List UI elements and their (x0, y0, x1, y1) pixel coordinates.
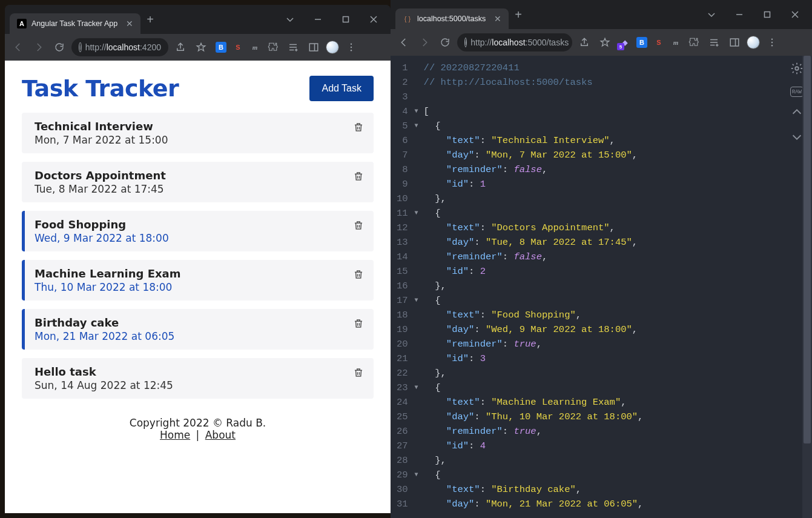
line-number: 26 (397, 424, 408, 439)
share-icon[interactable] (576, 34, 593, 51)
line-number: 17 (397, 293, 408, 308)
maximize-button[interactable] (332, 10, 359, 28)
task-item[interactable]: Birthday cakeMon, 21 Mar 2022 at 06:05 (22, 309, 374, 350)
task-item[interactable]: Hello taskSun, 14 Aug 2022 at 12:45 (22, 358, 374, 399)
line-number: 5 (397, 119, 408, 133)
minimize-button[interactable] (726, 5, 753, 24)
browser-menu-icon[interactable] (764, 34, 781, 51)
back-button[interactable] (395, 34, 412, 51)
fold-marker (412, 279, 421, 293)
delete-task-icon[interactable] (353, 219, 364, 234)
profile-avatar[interactable] (326, 41, 339, 54)
fold-marker (412, 177, 421, 191)
fold-marker (412, 162, 421, 177)
extension-icon[interactable]: B (216, 42, 226, 53)
fold-marker[interactable]: ▼ (412, 380, 421, 395)
forward-button[interactable] (416, 34, 433, 51)
delete-task-icon[interactable] (353, 121, 364, 136)
raw-icon[interactable]: RAW (790, 87, 804, 97)
code-line: // 20220827220411 (421, 61, 812, 75)
footer-about-link[interactable]: About (205, 429, 236, 441)
line-number: 14 (397, 250, 408, 264)
line-number: 24 (397, 395, 408, 410)
extension-icon[interactable]: m (670, 37, 681, 48)
task-item[interactable]: Doctors AppointmentTue, 8 Mar 2022 at 17… (22, 162, 374, 202)
line-number: 31 (397, 497, 408, 511)
share-icon[interactable] (172, 39, 189, 56)
fold-marker[interactable]: ▼ (412, 119, 421, 133)
site-info-icon[interactable]: i (464, 38, 467, 47)
site-info-icon[interactable]: i (79, 42, 82, 52)
forward-button[interactable] (30, 39, 47, 56)
close-tab-icon[interactable]: ✕ (494, 14, 501, 24)
reading-list-icon[interactable] (285, 39, 302, 56)
window-controls (695, 5, 812, 24)
browser-menu-icon[interactable] (343, 39, 360, 56)
browser-window-right: { } localhost:5000/tasks ✕ + i http://lo… (391, 0, 812, 518)
fold-marker[interactable]: ▼ (412, 468, 421, 482)
chevron-up-icon[interactable] (790, 105, 804, 122)
extension-icon[interactable]: ◆ (619, 37, 630, 48)
tab-title: Angular Task Tracker App (31, 19, 117, 28)
delete-task-icon[interactable] (353, 317, 364, 332)
delete-task-icon[interactable] (353, 268, 364, 283)
extensions-puzzle-icon[interactable] (264, 39, 281, 56)
add-task-button[interactable]: Add Task (309, 76, 374, 101)
back-button[interactable] (10, 39, 27, 56)
side-panel-icon[interactable] (305, 39, 322, 56)
code-line: "text": "Doctors Appointment", (421, 221, 812, 235)
new-tab-button[interactable]: + (147, 13, 154, 27)
close-window-button[interactable] (360, 10, 387, 28)
bookmark-star-icon[interactable] (596, 34, 613, 51)
profile-avatar[interactable] (747, 36, 760, 49)
extension-icon[interactable]: S (653, 37, 664, 48)
maximize-button[interactable] (754, 5, 781, 24)
reload-button[interactable] (437, 34, 454, 51)
task-day: Mon, 21 Mar 2022 at 06:05 (35, 330, 174, 342)
extension-icon[interactable]: S (233, 42, 243, 53)
svg-point-10 (795, 67, 799, 70)
extension-icon[interactable]: B (636, 37, 647, 48)
bookmark-star-icon[interactable] (193, 39, 210, 56)
fold-marker[interactable]: ▼ (412, 104, 421, 119)
new-tab-button[interactable]: + (515, 8, 522, 22)
minimize-button[interactable] (305, 10, 331, 28)
chevron-down-icon[interactable] (698, 5, 725, 24)
line-number: 27 (397, 439, 408, 453)
task-item[interactable]: Food ShoppingWed, 9 Mar 2022 at 18:00 (22, 211, 374, 251)
line-number: 21 (397, 351, 408, 366)
url-text: http://localhost:4200 (85, 42, 161, 52)
gear-icon[interactable] (790, 62, 804, 78)
browser-tab[interactable]: A Angular Task Tracker App ✕ (10, 13, 140, 34)
task-item[interactable]: Machine Learning ExamThu, 10 Mar 2022 at… (22, 260, 374, 301)
fold-marker[interactable]: ▼ (412, 206, 421, 221)
url-input[interactable]: i http://localhost:5000/tasks (457, 33, 572, 51)
browser-tab[interactable]: { } localhost:5000/tasks ✕ (395, 8, 509, 29)
close-tab-icon[interactable]: ✕ (126, 19, 133, 28)
code-line: "id": 4 (421, 439, 812, 453)
extensions: B S m (216, 42, 260, 53)
fold-marker[interactable]: ▼ (412, 293, 421, 308)
footer-home-link[interactable]: Home (160, 429, 190, 441)
close-window-button[interactable] (782, 5, 808, 24)
chevron-down-icon[interactable] (277, 10, 303, 28)
extensions-puzzle-icon[interactable] (685, 34, 702, 51)
scrollbar[interactable] (802, 56, 812, 518)
side-panel-icon[interactable] (726, 34, 743, 51)
scrollbar-thumb[interactable] (804, 56, 811, 443)
json-code[interactable]: // 20220827220411// http://localhost:500… (421, 56, 812, 518)
svg-point-8 (771, 42, 773, 43)
reload-button[interactable] (51, 39, 68, 56)
extension-icon[interactable]: m (249, 42, 260, 53)
delete-task-icon[interactable] (353, 170, 364, 185)
fold-marker (412, 61, 421, 75)
delete-task-icon[interactable] (353, 367, 364, 381)
line-number: 22 (397, 366, 408, 380)
line-number: 4 (397, 104, 408, 119)
task-item[interactable]: Technical InterviewMon, 7 Mar 2022 at 15… (22, 113, 374, 153)
svg-point-9 (771, 45, 773, 46)
url-input[interactable]: i http://localhost:4200 (71, 38, 168, 56)
tab-strip: A Angular Task Tracker App ✕ + (5, 5, 273, 34)
reading-list-icon[interactable] (705, 34, 722, 51)
chevron-down-icon[interactable] (790, 130, 804, 147)
